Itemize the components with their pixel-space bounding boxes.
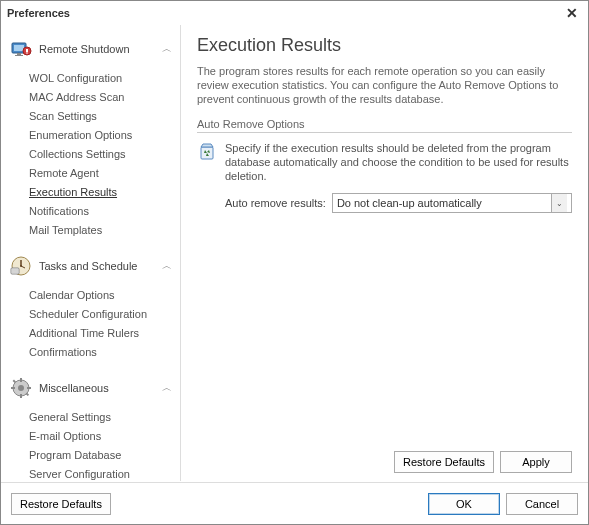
chevron-up-icon: ︿ — [162, 381, 172, 395]
section-icon — [9, 254, 33, 278]
sidebar-item-remote-agent[interactable]: Remote Agent — [25, 164, 180, 183]
svg-rect-2 — [17, 53, 21, 55]
section-header-remote-shutdown[interactable]: Remote Shutdown︿ — [1, 31, 180, 67]
recycle-icon — [197, 141, 217, 161]
svg-rect-5 — [26, 49, 28, 52]
window-title: Preferences — [7, 7, 70, 19]
select-value: Do not clean-up automatically — [337, 197, 551, 209]
section-icon — [9, 376, 33, 400]
apply-button[interactable]: Apply — [500, 451, 572, 473]
svg-rect-17 — [20, 394, 22, 398]
content-pane: Execution Results The program stores res… — [181, 25, 588, 481]
sidebar-item-notifications[interactable]: Notifications — [25, 202, 180, 221]
restore-defaults-footer-button[interactable]: Restore Defaults — [11, 493, 111, 515]
svg-point-15 — [18, 385, 24, 391]
restore-defaults-content-button[interactable]: Restore Defaults — [394, 451, 494, 473]
titlebar: Preferences ✕ — [1, 1, 588, 25]
footer: Restore Defaults OK Cancel — [1, 482, 588, 524]
close-icon[interactable]: ✕ — [562, 5, 582, 21]
sidebar: Remote Shutdown︿WOL ConfigurationMAC Add… — [1, 25, 181, 481]
sidebar-item-execution-results[interactable]: Execution Results — [25, 183, 180, 202]
page-description: The program stores results for each remo… — [197, 64, 572, 106]
sidebar-item-scan-settings[interactable]: Scan Settings — [25, 107, 180, 126]
section-header-miscellaneous[interactable]: Miscellaneous︿ — [1, 370, 180, 406]
sidebar-item-e-mail-options[interactable]: E-mail Options — [25, 427, 180, 446]
sidebar-item-mac-address-scan[interactable]: MAC Address Scan — [25, 88, 180, 107]
chevron-up-icon: ︿ — [162, 42, 172, 56]
ok-button[interactable]: OK — [428, 493, 500, 515]
cancel-button[interactable]: Cancel — [506, 493, 578, 515]
sidebar-item-wol-configuration[interactable]: WOL Configuration — [25, 69, 180, 88]
sidebar-item-server-configuration[interactable]: Server Configuration — [25, 465, 180, 481]
svg-point-6 — [26, 52, 28, 54]
svg-rect-3 — [15, 55, 23, 56]
svg-rect-16 — [20, 378, 22, 382]
group-divider — [197, 132, 572, 133]
section-label: Remote Shutdown — [39, 43, 162, 55]
section-header-tasks-and-schedule[interactable]: Tasks and Schedule︿ — [1, 248, 180, 284]
chevron-down-icon[interactable]: ⌄ — [551, 194, 567, 212]
section-icon — [9, 37, 33, 61]
sidebar-item-mail-templates[interactable]: Mail Templates — [25, 221, 180, 240]
sidebar-item-program-database[interactable]: Program Database — [25, 446, 180, 465]
sidebar-item-enumeration-options[interactable]: Enumeration Options — [25, 126, 180, 145]
option-description: Specify if the execution results should … — [225, 141, 572, 183]
sidebar-item-additional-time-rulers[interactable]: Additional Time Rulers — [25, 324, 180, 343]
chevron-up-icon: ︿ — [162, 259, 172, 273]
auto-remove-select[interactable]: Do not clean-up automatically ⌄ — [332, 193, 572, 213]
svg-rect-1 — [14, 45, 24, 51]
sidebar-item-calendar-options[interactable]: Calendar Options — [25, 286, 180, 305]
svg-rect-18 — [11, 387, 15, 389]
svg-rect-19 — [27, 387, 31, 389]
svg-rect-11 — [11, 268, 19, 274]
section-label: Miscellaneous — [39, 382, 162, 394]
select-label: Auto remove results: — [225, 197, 326, 209]
page-title: Execution Results — [197, 35, 572, 56]
sidebar-item-scheduler-configuration[interactable]: Scheduler Configuration — [25, 305, 180, 324]
section-label: Tasks and Schedule — [39, 260, 162, 272]
sidebar-item-general-settings[interactable]: General Settings — [25, 408, 180, 427]
group-label: Auto Remove Options — [197, 118, 572, 130]
sidebar-item-collections-settings[interactable]: Collections Settings — [25, 145, 180, 164]
sidebar-item-confirmations[interactable]: Confirmations — [25, 343, 180, 362]
